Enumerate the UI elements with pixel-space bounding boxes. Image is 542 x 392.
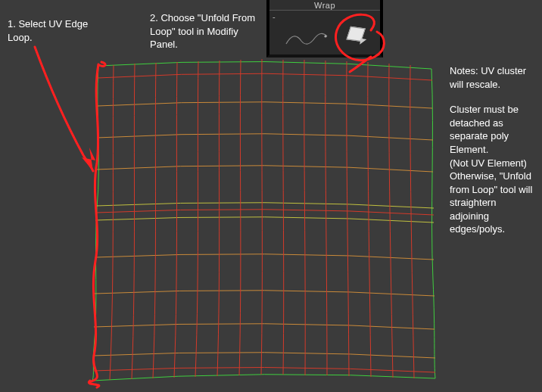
viewport-canvas: 1. Select UV Edge Loop. 2. Choose "Unfol…	[0, 0, 542, 392]
unfold-from-loop-icon[interactable]	[347, 26, 366, 44]
notes-line-3: (Not UV Element)	[450, 157, 537, 170]
wrap-panel-dash: -	[273, 12, 276, 21]
annotation-step-1: 1. Select UV Edge Loop.	[8, 17, 114, 44]
edge-loop-highlight-scribble	[89, 62, 105, 387]
wrap-panel: Wrap -	[266, 0, 383, 58]
wrap-panel-title: Wrap	[269, 0, 380, 11]
notes-line-1: Notes: UV cluster will rescale.	[450, 64, 537, 91]
svg-point-0	[324, 35, 326, 37]
annotation-step-2: 2. Choose "Unfold From Loop" tool in Mod…	[150, 11, 263, 51]
wrap-panel-body: -	[269, 11, 380, 53]
notes-line-4: Otherwise, "Unfold from Loop" tool will …	[450, 170, 537, 236]
arrow-step-1	[35, 47, 95, 171]
uv-mesh	[92, 59, 435, 381]
wrap-squiggle-icon	[285, 27, 330, 50]
notes-line-2: Cluster must be detached as separate pol…	[450, 103, 537, 156]
